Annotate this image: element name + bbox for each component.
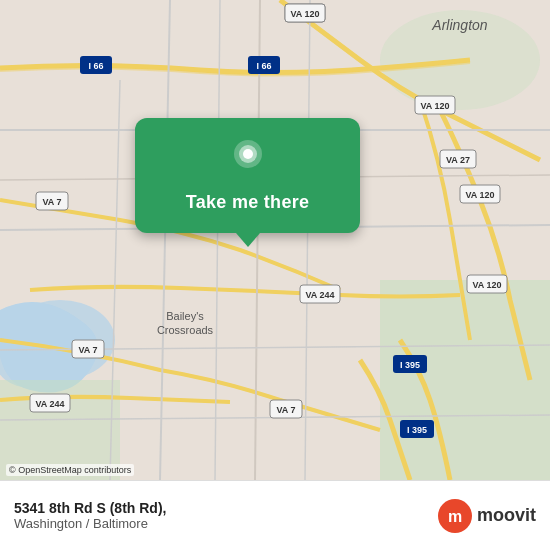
- svg-text:VA 120: VA 120: [465, 190, 494, 200]
- svg-text:VA 27: VA 27: [446, 155, 470, 165]
- map-container[interactable]: I 66 I 66 VA 120 VA 120 VA 120 VA 120 VA…: [0, 0, 550, 480]
- svg-text:VA 7: VA 7: [78, 345, 97, 355]
- svg-text:VA 7: VA 7: [42, 197, 61, 207]
- address-block: 5341 8th Rd S (8th Rd), Washington / Bal…: [14, 500, 427, 531]
- svg-text:I 66: I 66: [256, 61, 271, 71]
- bottom-bar: 5341 8th Rd S (8th Rd), Washington / Bal…: [0, 480, 550, 550]
- svg-text:VA 7: VA 7: [276, 405, 295, 415]
- svg-text:VA 120: VA 120: [420, 101, 449, 111]
- svg-text:VA 120: VA 120: [472, 280, 501, 290]
- city-region: Washington / Baltimore: [14, 516, 427, 531]
- moovit-logo: m moovit: [437, 498, 536, 534]
- svg-text:Arlington: Arlington: [431, 17, 487, 33]
- map-attribution: © OpenStreetMap contributors: [6, 464, 134, 476]
- svg-text:VA 244: VA 244: [305, 290, 334, 300]
- location-card: Take me there: [135, 118, 360, 233]
- svg-text:Bailey's: Bailey's: [166, 310, 204, 322]
- svg-text:VA 244: VA 244: [35, 399, 64, 409]
- moovit-logo-icon: m: [437, 498, 473, 534]
- moovit-text: moovit: [477, 505, 536, 526]
- take-me-there-button[interactable]: Take me there: [178, 188, 318, 217]
- svg-text:I 66: I 66: [88, 61, 103, 71]
- svg-point-50: [243, 149, 253, 159]
- svg-text:m: m: [448, 508, 462, 525]
- location-pin-icon: [226, 136, 270, 180]
- street-address: 5341 8th Rd S (8th Rd),: [14, 500, 427, 516]
- svg-text:Crossroads: Crossroads: [157, 324, 214, 336]
- svg-text:I 395: I 395: [407, 425, 427, 435]
- svg-text:VA 120: VA 120: [290, 9, 319, 19]
- svg-text:I 395: I 395: [400, 360, 420, 370]
